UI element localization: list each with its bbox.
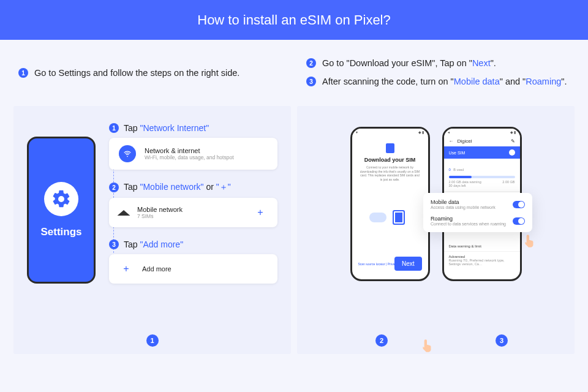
step-1-highlight: "Network Internet" xyxy=(140,123,209,133)
back-icon[interactable]: ← xyxy=(449,138,454,144)
panel-number-2: 2 xyxy=(375,334,388,347)
download-illustration xyxy=(358,202,422,233)
card-add-more[interactable]: + Add more xyxy=(109,254,277,284)
use-sim-toggle[interactable] xyxy=(509,149,515,156)
substep-badge-3: 3 xyxy=(109,239,119,249)
page-title: How to install an eSIM on Pixel? xyxy=(197,12,391,28)
phone-download-sim: ▾◆ ▮ Download your SIM Connect to your m… xyxy=(350,127,430,281)
intro-right: 2 Go to "Download your eSIM", Tap on "Ne… xyxy=(306,58,570,95)
roaming-label: Roaming xyxy=(431,216,506,222)
download-sim-title: Download your SIM xyxy=(357,157,423,163)
settings-label: Settings xyxy=(40,226,81,238)
intro-item-2: 2 Go to "Download your eSIM", Tap on "Ne… xyxy=(306,58,570,68)
step-badge-1: 1 xyxy=(18,68,28,78)
intro-text-1: Go to Settings and follow the steps on t… xyxy=(34,68,239,78)
intro-item-3: 3 After scanning the code, turn on "Mobi… xyxy=(306,77,570,86)
roaming-toggle[interactable] xyxy=(513,217,525,225)
next-button[interactable]: Next xyxy=(394,257,422,271)
header: How to install an eSIM on Pixel? xyxy=(0,0,588,40)
intro-left: 1 Go to Settings and follow the steps on… xyxy=(18,58,282,95)
gear-icon xyxy=(44,182,78,216)
document-icon xyxy=(393,210,405,225)
row-data-warning[interactable]: Data warning & limit xyxy=(444,241,520,252)
step-2: 2 Tap "Mobile network" or "＋" Mobile net… xyxy=(109,182,277,227)
carrier-name: Digicel xyxy=(458,138,472,144)
edit-icon[interactable]: ✎ xyxy=(511,138,515,144)
phone-settings: Settings xyxy=(27,137,96,284)
card-title: Add more xyxy=(142,265,172,273)
panel-left: Settings 1 Tap "Network Internet" Networ… xyxy=(13,106,291,354)
intro-item-1: 1 Go to Settings and follow the steps on… xyxy=(18,68,282,78)
panel-right: ▾◆ ▮ Download your SIM Connect to your m… xyxy=(297,106,575,354)
card-network-internet[interactable]: Network & internet Wi-Fi, mobile, data u… xyxy=(109,138,277,170)
roaming-sub: Connect to data services when roaming xyxy=(431,222,506,226)
step-1: 1 Tap "Network Internet" Network & inter… xyxy=(109,123,277,170)
status-bar: ◂◆ ▮ xyxy=(444,129,520,136)
roaming-row[interactable]: Roaming Connect to data services when ro… xyxy=(431,216,525,226)
tap-hand-icon xyxy=(521,232,537,251)
step-badge-2: 2 xyxy=(306,58,316,68)
panel-number-1: 1 xyxy=(146,334,159,347)
mobile-data-label: Mobile data xyxy=(431,199,496,205)
use-sim-row[interactable]: Use SIM xyxy=(444,146,520,159)
card-mobile-network[interactable]: Mobile network 7 SIMs + xyxy=(109,198,277,227)
intro-text-3: After scanning the code, turn on "Mobile… xyxy=(322,77,567,86)
step-3-highlight: "Add more" xyxy=(140,239,183,249)
sim-icon xyxy=(386,143,394,153)
tap-hand-icon xyxy=(419,337,435,355)
signal-icon xyxy=(119,210,129,216)
step-2-highlight: "Mobile network" xyxy=(140,182,203,192)
substep-badge-2: 2 xyxy=(109,183,119,192)
card-subtitle: 7 SIMs xyxy=(137,213,183,219)
substep-badge-1: 1 xyxy=(109,123,119,133)
panels: Settings 1 Tap "Network Internet" Networ… xyxy=(0,106,588,354)
steps-column: 1 Tap "Network Internet" Network & inter… xyxy=(109,123,277,342)
card-title: Network & internet xyxy=(145,147,234,154)
step-2-highlight-plus: "＋" xyxy=(216,182,231,192)
step-badge-3: 3 xyxy=(306,77,316,86)
highlight-next: Next xyxy=(472,58,491,68)
usage-bar xyxy=(449,176,515,178)
card-title: Mobile network xyxy=(137,206,183,213)
row-advanced[interactable]: Advanced Roaming 7G, Preferred network t… xyxy=(444,252,520,269)
mobile-data-toggle[interactable] xyxy=(513,201,525,208)
mobile-data-row[interactable]: Mobile data Access data using mobile net… xyxy=(431,199,525,209)
highlight-mobile-data: Mobile data xyxy=(454,77,500,86)
cloud-icon xyxy=(369,213,386,222)
wifi-icon xyxy=(119,145,136,162)
panel-number-3: 3 xyxy=(496,334,508,347)
intro-section: 1 Go to Settings and follow the steps on… xyxy=(0,40,588,106)
mobile-data-sub: Access data using mobile network xyxy=(431,205,496,209)
add-sim-plus-button[interactable]: + xyxy=(253,205,268,220)
highlight-roaming: Roaming xyxy=(526,77,561,86)
step-3: 3 Tap "Add more" + Add more xyxy=(109,239,277,284)
toggles-popover: Mobile data Access data using mobile net… xyxy=(423,193,532,232)
download-sim-desc: Connect to your mobile network by downlo… xyxy=(357,165,423,181)
intro-text-2: Go to "Download your eSIM", Tap on "Next… xyxy=(322,58,496,68)
card-subtitle: Wi-Fi, mobile, data usage, and hotspot xyxy=(145,154,234,160)
status-bar: ▾◆ ▮ xyxy=(352,129,428,136)
plus-icon: + xyxy=(119,262,134,276)
data-usage-section: 0 B used 2.00 GB data warning 2.00 GB 30… xyxy=(444,159,520,192)
carrier-header: ← Digicel ✎ xyxy=(444,136,520,146)
